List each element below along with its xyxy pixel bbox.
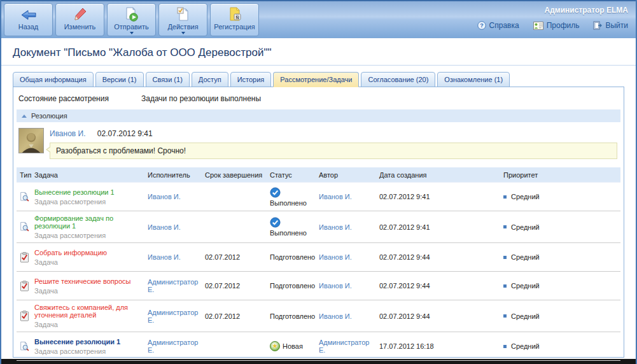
completed-check-icon [270,217,281,228]
tab-approval[interactable]: Согласование (20) [361,72,435,87]
tab-acquaintance[interactable]: Ознакомление (1) [437,72,510,87]
task-title-link[interactable]: Вынесение резолюции 1 [34,338,143,346]
tab-content-panel: Состояние рассмотрения Задачи по резолюц… [13,87,624,358]
status-text: Новая [283,342,303,350]
author-link[interactable]: Иванов И. [319,312,352,320]
col-type: Тип [17,171,34,179]
resolution-section-header[interactable]: Резолюция [17,109,620,122]
logout-link[interactable]: Выйти [593,21,628,30]
created-date: 02.07.2012 9:41 [379,223,503,231]
priority-text: Средний [511,193,540,200]
collapse-triangle-icon [22,115,27,118]
tab-review-tasks[interactable]: Рассмотрение/Задачи [273,72,359,87]
review-task-icon [20,340,29,353]
created-date: 17.07.2012 16:18 [379,342,503,350]
back-button-label: Назад [18,23,39,31]
task-subtitle: Задача [34,321,143,328]
review-task-icon [20,191,29,203]
author-link[interactable]: Иванов И. [319,223,352,231]
status-text: Подготовлено [270,312,319,320]
edit-button[interactable]: Изменить [55,3,104,36]
task-title-link[interactable]: Собрать информацию [34,249,143,256]
col-executor: Исполнитель [148,171,205,179]
review-state-value: Задачи по резолюции выполнены [141,94,261,103]
priority-text: Средний [511,253,540,261]
resolution-date: 02.07.2012 9:41 [97,129,153,138]
author-link[interactable]: Иванов И. [319,253,352,261]
col-task: Задача [34,171,148,179]
priority-text: Средний [511,342,540,350]
current-user-label: Администратор ELMA [477,6,628,15]
priority-bullet-icon [503,256,507,259]
help-icon: ? [477,21,486,30]
task-title-link[interactable]: Формирование задач по резолюции 1 [34,214,143,230]
review-state-row: Состояние рассмотрения Задачи по резолюц… [16,87,621,109]
top-banner: Назад Изменить Отправить Действия [1,0,636,38]
resolution-comment-bubble: Разобраться с проблемами! Срочно! [50,143,617,159]
resolution-block: Иванов И. 02.07.2012 9:41 Разобраться с … [16,122,621,166]
tab-bar: Общая информация Версии (1) Связи (1) До… [13,72,624,87]
priority-bullet-icon [503,284,507,288]
profile-link[interactable]: Профиль [533,21,580,30]
col-status: Статус [270,171,319,179]
toolbar: Назад Изменить Отправить Действия [4,3,259,36]
priority-text: Средний [511,223,540,231]
table-row: Решите технические вопросы Задача Админи… [17,272,620,300]
author-link[interactable]: Иванов И. [319,193,352,200]
svg-text:?: ? [480,22,484,29]
created-date: 02.07.2012 9:44 [379,312,503,320]
registration-document-icon: N [227,6,242,23]
author-avatar [18,128,44,153]
tab-general-info[interactable]: Общая информация [13,72,94,87]
back-button[interactable]: Назад [4,3,53,36]
actions-button[interactable]: Действия [158,3,207,36]
col-author: Автор [319,171,379,179]
table-row: Собрать информацию Задача Иванов И. 02.0… [17,243,620,272]
task-clipboard-icon [20,310,29,322]
executor-link[interactable]: Иванов И. [148,223,181,231]
created-date: 02.07.2012 9:44 [379,253,503,261]
task-subtitle: Задача [34,287,143,295]
table-row: Формирование задач по резолюции 1 Задача… [17,211,620,243]
author-link[interactable]: Иванов И. [319,282,352,290]
actions-button-label: Действия [167,23,198,31]
exit-door-icon [593,21,602,30]
task-subtitle: Задача рассмотрения [34,347,143,355]
task-title-link[interactable]: Вынесение резолюции 1 [34,188,143,196]
tab-links[interactable]: Связи (1) [146,72,190,87]
profile-card-icon [533,22,543,30]
col-due: Срок завершения [205,171,270,179]
send-document-icon [124,6,139,23]
edit-button-label: Изменить [64,23,96,31]
task-title-link[interactable]: Решите технические вопросы [34,277,143,285]
registration-button[interactable]: N Регистрация [210,3,259,36]
task-title-link[interactable]: Свяжитесь с компанией, для уточнения дет… [34,304,143,319]
executor-link[interactable]: Иванов И. [148,253,181,261]
elma-document-window: Назад Изменить Отправить Действия [0,0,637,364]
tab-versions[interactable]: Версии (1) [95,72,144,87]
author-link[interactable]: Администратор Е. [319,339,369,354]
tab-history[interactable]: История [230,72,272,87]
priority-bullet-icon [503,314,507,318]
priority-bullet-icon [503,195,507,199]
task-subtitle: Задача рассмотрения [34,198,143,206]
executor-link[interactable]: Администратор Е. [148,309,198,324]
actions-document-icon [176,6,191,23]
registration-button-label: Регистрация [214,23,255,31]
help-link-label: Справка [489,21,519,30]
send-button[interactable]: Отправить [107,3,156,36]
due-date: 02.07.2012 [205,253,270,261]
table-row: Вынесение резолюции 1 Задача рассмотрени… [17,183,620,211]
executor-link[interactable]: Иванов И. [148,193,181,200]
review-state-label: Состояние рассмотрения [18,94,141,103]
tab-access[interactable]: Доступ [192,72,228,87]
resolution-author-link[interactable]: Иванов И. [50,129,86,138]
priority-bullet-icon [503,345,507,348]
back-arrow-icon [20,6,37,23]
help-link[interactable]: ? Справка [477,21,519,30]
executor-link[interactable]: Администратор Е. [148,278,198,293]
status-text: Подготовлено [270,253,319,261]
created-date: 02.07.2012 9:44 [379,282,503,290]
executor-link[interactable]: Администратор Е. [148,339,198,354]
table-row: Вынесение резолюции 1 Задача рассмотрени… [17,332,620,361]
